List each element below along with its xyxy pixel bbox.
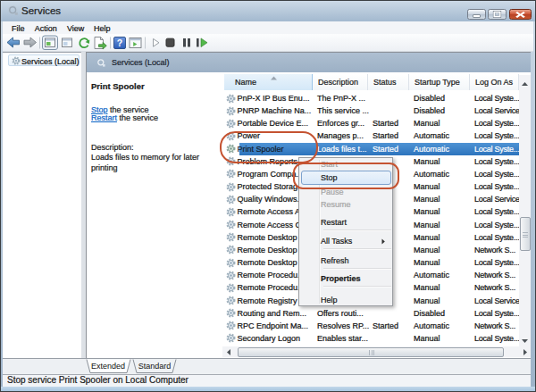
svg-text:Standard: Standard (138, 362, 172, 371)
svg-text:?: ? (117, 38, 122, 48)
svg-text:Extended: Extended (91, 362, 125, 371)
